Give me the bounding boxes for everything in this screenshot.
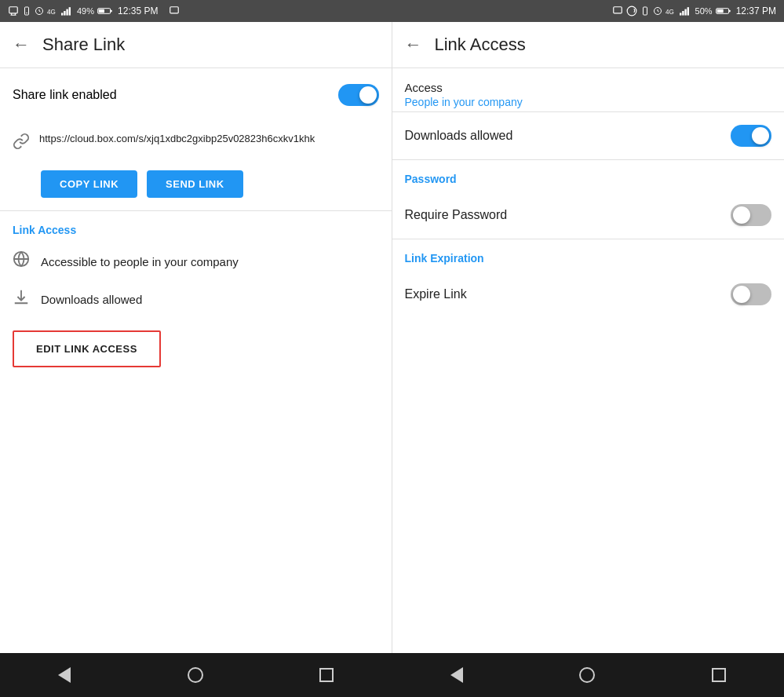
- back-nav-right[interactable]: [450, 667, 463, 683]
- left-header: ← Share Link: [0, 22, 392, 68]
- edit-link-access-button[interactable]: EDIT LINK ACCESS: [13, 330, 161, 367]
- back-arrow-right[interactable]: ←: [405, 35, 422, 55]
- access-row-downloads: Downloads allowed: [0, 280, 392, 318]
- require-password-label: Require Password: [405, 208, 508, 222]
- svg-rect-1: [25, 7, 29, 15]
- svg-line-5: [39, 11, 41, 12]
- svg-rect-24: [687, 7, 688, 15]
- share-link-toggle[interactable]: [338, 84, 379, 106]
- downloads-toggle[interactable]: [731, 125, 771, 147]
- toggle-thumb: [359, 86, 377, 104]
- link-expiration-section: Link Expiration: [392, 239, 785, 271]
- svg-text:4G: 4G: [665, 9, 674, 16]
- downloads-toggle-thumb: [752, 127, 769, 144]
- require-password-track: [731, 204, 771, 226]
- status-icons-left: 4G: [8, 5, 74, 16]
- expire-link-track: [731, 283, 771, 305]
- svg-rect-10: [69, 7, 71, 15]
- left-title: Share Link: [42, 35, 125, 55]
- link-row: https://cloud.box.com/s/xjq1xdbc2gxibp25…: [0, 122, 392, 164]
- share-link-toggle-row: Share link enabled: [0, 68, 392, 122]
- svg-rect-8: [64, 11, 65, 16]
- button-row: COPY LINK SEND LINK: [0, 164, 392, 210]
- svg-rect-14: [170, 7, 179, 13]
- back-nav-left[interactable]: [58, 667, 71, 683]
- link-url: https://cloud.box.com/s/xjq1xdbc2gxibp25…: [39, 131, 315, 147]
- access-label: Access: [405, 81, 772, 94]
- status-icons-right: 4G: [626, 5, 692, 16]
- back-arrow-left[interactable]: ←: [13, 35, 30, 55]
- toggle-track: [338, 84, 379, 106]
- battery-left: 49%: [77, 6, 94, 16]
- edit-link-btn-wrapper: EDIT LINK ACCESS: [0, 318, 392, 380]
- expire-link-toggle[interactable]: [731, 283, 771, 305]
- recents-nav-right[interactable]: [712, 668, 726, 682]
- globe-icon: [13, 250, 30, 272]
- battery-right: 50%: [695, 6, 713, 16]
- nav-half-right: [392, 667, 785, 683]
- time-right: 12:37 PM: [736, 5, 776, 16]
- downloads-allowed-label: Downloads allowed: [405, 129, 513, 143]
- svg-point-2: [26, 13, 27, 14]
- svg-rect-13: [111, 10, 112, 13]
- downloads-label-left: Downloads allowed: [41, 293, 142, 306]
- svg-rect-15: [613, 7, 622, 13]
- svg-rect-27: [728, 10, 730, 13]
- svg-rect-12: [99, 9, 104, 13]
- time-left: 12:35 PM: [118, 5, 158, 16]
- status-bar-right: 4G 50% 12:37 PM: [392, 0, 785, 22]
- nav-bar: [0, 653, 784, 697]
- recents-nav-left[interactable]: [319, 668, 334, 682]
- home-nav-right[interactable]: [579, 667, 595, 683]
- link-access-section: Link Access: [0, 211, 392, 243]
- require-password-thumb: [733, 206, 750, 224]
- downloads-allowed-row: Downloads allowed: [392, 112, 785, 159]
- screens-container: ← Share Link Share link enabled https://…: [0, 22, 784, 653]
- right-header: ← Link Access: [392, 22, 785, 68]
- require-password-row: Require Password: [392, 192, 785, 239]
- nav-half-left: [0, 667, 392, 683]
- svg-line-19: [658, 11, 659, 12]
- svg-rect-7: [61, 13, 63, 15]
- require-password-toggle[interactable]: [731, 204, 771, 226]
- status-bar-left: 4G 49% 12:35 PM: [0, 0, 392, 22]
- screen-left: ← Share Link Share link enabled https://…: [0, 22, 392, 653]
- access-description: Accessible to people in your company: [41, 255, 239, 268]
- copy-link-button[interactable]: COPY LINK: [41, 170, 137, 198]
- access-row-company: Accessible to people in your company: [0, 243, 392, 280]
- svg-rect-23: [684, 9, 686, 16]
- share-link-label: Share link enabled: [13, 88, 117, 102]
- link-icon: [13, 133, 30, 155]
- svg-rect-26: [717, 9, 723, 13]
- svg-rect-0: [9, 7, 18, 13]
- home-nav-left[interactable]: [188, 667, 203, 683]
- svg-text:4G: 4G: [47, 9, 56, 16]
- download-icon: [13, 288, 30, 310]
- password-section: Password: [392, 160, 785, 192]
- svg-rect-9: [66, 9, 67, 16]
- expire-link-label: Expire Link: [405, 287, 467, 301]
- access-section-header: Access People in your company: [392, 68, 785, 111]
- downloads-toggle-track: [731, 125, 771, 147]
- svg-rect-21: [680, 13, 681, 15]
- svg-rect-22: [682, 11, 684, 16]
- status-bar: 4G 49% 12:35 PM 4G 50% 12:37 PM: [0, 0, 784, 22]
- access-value[interactable]: People in your company: [405, 96, 772, 108]
- expire-link-thumb: [733, 286, 750, 303]
- expire-link-row: Expire Link: [392, 271, 785, 318]
- svg-rect-16: [643, 7, 647, 15]
- send-link-button[interactable]: SEND LINK: [147, 170, 243, 198]
- right-title: Link Access: [435, 35, 526, 55]
- screen-right: ← Link Access Access People in your comp…: [392, 22, 785, 653]
